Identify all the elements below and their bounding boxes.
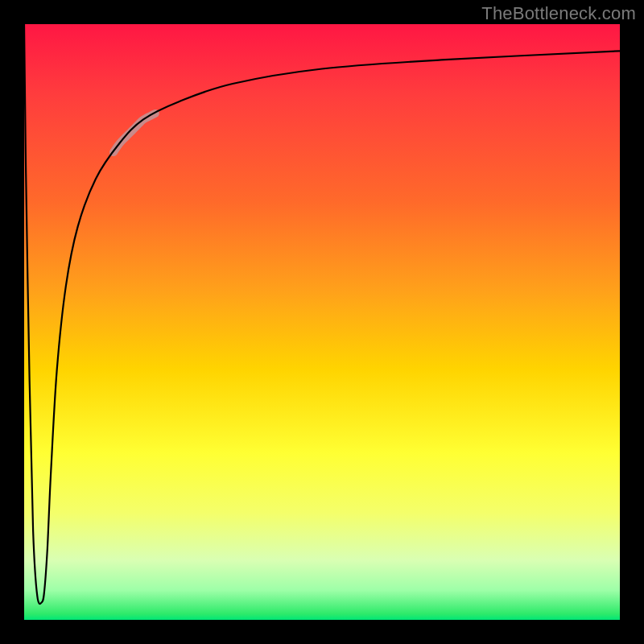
highlight-segment bbox=[114, 114, 155, 152]
chart-frame bbox=[24, 24, 620, 620]
chart-svg bbox=[24, 24, 620, 620]
bottleneck-curve bbox=[24, 24, 620, 604]
watermark-text: TheBottleneck.com bbox=[481, 3, 636, 24]
